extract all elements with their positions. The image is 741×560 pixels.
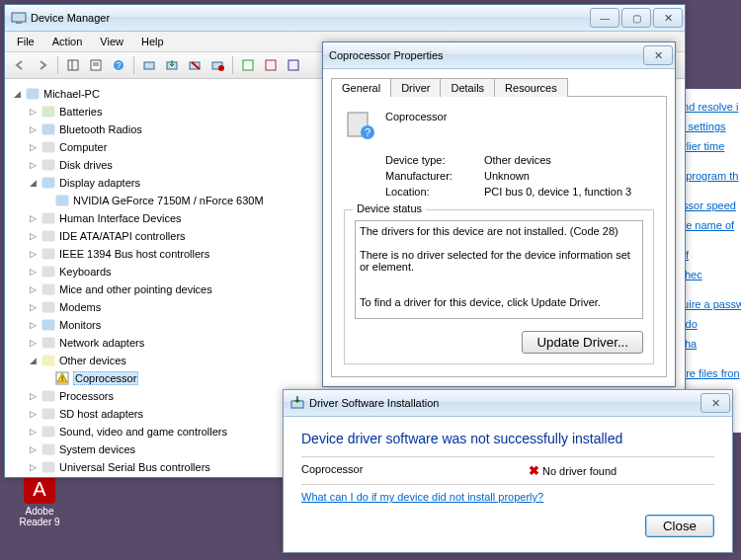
disable-button[interactable] xyxy=(206,54,228,76)
svg-rect-31 xyxy=(42,284,54,294)
help-link[interactable]: What can I do if my device did not insta… xyxy=(301,491,543,503)
expand-toggle[interactable]: ▷ xyxy=(27,248,39,260)
svg-rect-32 xyxy=(42,302,54,312)
svg-rect-28 xyxy=(42,231,54,241)
svg-rect-20 xyxy=(27,89,39,99)
svg-rect-35 xyxy=(42,356,54,365)
update-driver-button[interactable]: Update Driver... xyxy=(522,331,643,354)
svg-rect-19 xyxy=(288,60,298,70)
tb-extra-3[interactable] xyxy=(283,54,304,76)
device-icon: ? xyxy=(344,109,375,140)
expand-toggle[interactable]: ▷ xyxy=(27,106,39,118)
expand-toggle[interactable]: ▷ xyxy=(27,266,39,278)
scan-hardware-button[interactable] xyxy=(138,54,160,76)
error-icon: ✖ xyxy=(529,463,539,478)
svg-rect-17 xyxy=(243,60,253,70)
value-device-type: Other devices xyxy=(484,154,551,166)
expand-toggle[interactable]: ▷ xyxy=(27,159,39,171)
device-name: Coprocessor xyxy=(301,463,529,478)
svg-rect-23 xyxy=(42,142,54,152)
svg-text:?: ? xyxy=(365,126,370,138)
titlebar[interactable]: Driver Software Installation ✕ xyxy=(284,390,732,417)
close-button[interactable]: ✕ xyxy=(700,393,730,413)
show-hide-tree-button[interactable] xyxy=(62,54,84,76)
menu-file[interactable]: File xyxy=(9,34,42,49)
forward-button[interactable] xyxy=(32,54,53,76)
tab-resources[interactable]: Resources xyxy=(494,78,568,97)
expand-toggle[interactable]: ▷ xyxy=(27,390,39,402)
titlebar[interactable]: Coprocessor Properties ✕ xyxy=(323,42,675,69)
window-title: Driver Software Installation xyxy=(309,397,700,409)
value-location: PCI bus 0, device 1, function 3 xyxy=(484,186,631,198)
svg-rect-34 xyxy=(42,338,54,348)
expand-toggle[interactable]: ▷ xyxy=(27,408,39,420)
expand-toggle[interactable]: ▷ xyxy=(27,443,39,455)
svg-rect-21 xyxy=(42,107,54,117)
back-button[interactable] xyxy=(9,54,31,76)
tab-panel-general: ? Coprocessor Device type:Other devices … xyxy=(331,96,667,377)
device-status-group: Device status Update Driver... xyxy=(344,209,654,364)
expand-toggle[interactable]: ▷ xyxy=(27,230,39,242)
close-button[interactable]: ✕ xyxy=(653,8,683,28)
expand-toggle[interactable]: ▷ xyxy=(27,426,39,438)
device-status-legend: Device status xyxy=(353,202,426,214)
close-button[interactable]: ✕ xyxy=(643,45,673,65)
svg-rect-3 xyxy=(16,22,22,24)
label-device-type: Device type: xyxy=(385,154,484,166)
svg-rect-30 xyxy=(42,267,54,277)
device-status-text[interactable] xyxy=(355,220,643,319)
label-manufacturer: Manufacturer: xyxy=(385,170,484,182)
tab-driver[interactable]: Driver xyxy=(390,78,441,97)
svg-rect-43 xyxy=(42,462,54,472)
minimize-button[interactable]: — xyxy=(590,8,619,28)
svg-rect-4 xyxy=(68,60,78,70)
svg-rect-40 xyxy=(42,409,54,419)
notification-heading: Device driver software was not successfu… xyxy=(301,431,714,446)
window-title: Coprocessor Properties xyxy=(329,49,643,61)
menu-view[interactable]: View xyxy=(92,34,131,49)
expand-toggle[interactable]: ▷ xyxy=(27,461,39,473)
maximize-button[interactable]: ▢ xyxy=(621,8,651,28)
expand-toggle[interactable]: ▷ xyxy=(27,319,39,331)
svg-rect-33 xyxy=(42,320,54,330)
expand-toggle[interactable]: ◢ xyxy=(27,355,39,366)
expand-toggle[interactable]: ▷ xyxy=(27,123,39,135)
update-driver-button[interactable] xyxy=(161,54,183,76)
tab-strip: General Driver Details Resources xyxy=(331,77,667,96)
titlebar[interactable]: Device Manager — ▢ ✕ xyxy=(5,5,685,32)
uninstall-button[interactable] xyxy=(184,54,206,76)
svg-rect-24 xyxy=(42,160,54,170)
svg-point-16 xyxy=(218,65,224,71)
svg-rect-29 xyxy=(42,249,54,259)
tb-extra-2[interactable] xyxy=(260,54,282,76)
expand-toggle[interactable]: ▷ xyxy=(27,283,39,295)
label-location: Location: xyxy=(385,186,484,198)
tb-extra-1[interactable] xyxy=(237,54,259,76)
expand-toggle[interactable]: ▷ xyxy=(27,301,39,313)
menu-action[interactable]: Action xyxy=(44,34,91,49)
close-button[interactable]: Close xyxy=(645,515,714,537)
svg-rect-18 xyxy=(266,60,276,70)
svg-rect-42 xyxy=(42,444,54,454)
svg-rect-27 xyxy=(42,213,54,223)
tab-details[interactable]: Details xyxy=(440,78,495,97)
svg-rect-41 xyxy=(42,427,54,437)
expand-toggle[interactable]: ◢ xyxy=(27,177,39,189)
properties-button[interactable] xyxy=(85,54,107,76)
svg-rect-22 xyxy=(42,124,54,134)
svg-text:!: ! xyxy=(61,374,63,383)
svg-text:?: ? xyxy=(116,60,121,70)
tab-general[interactable]: General xyxy=(331,78,391,97)
properties-window: Coprocessor Properties ✕ General Driver … xyxy=(322,41,676,387)
driver-install-notification: Driver Software Installation ✕ Device dr… xyxy=(283,389,733,553)
svg-rect-39 xyxy=(42,391,54,401)
svg-rect-25 xyxy=(42,178,54,188)
window-title: Device Manager xyxy=(31,12,590,24)
expand-toggle[interactable]: ▷ xyxy=(27,337,39,349)
help-button[interactable]: ? xyxy=(108,54,129,76)
expand-toggle[interactable]: ▷ xyxy=(27,141,39,153)
device-name: Coprocessor xyxy=(385,109,447,122)
menu-help[interactable]: Help xyxy=(133,34,172,49)
expand-toggle[interactable]: ▷ xyxy=(27,212,39,224)
install-icon xyxy=(289,395,305,411)
